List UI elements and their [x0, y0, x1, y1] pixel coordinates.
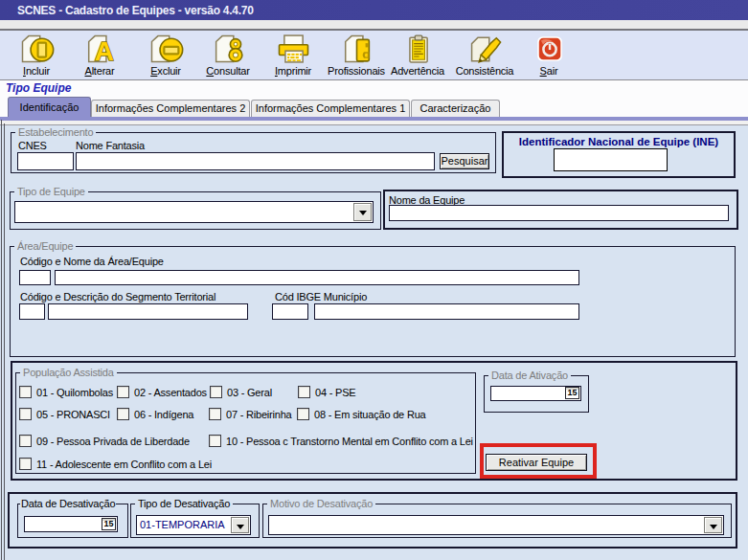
svg-text:A: A — [94, 36, 113, 63]
